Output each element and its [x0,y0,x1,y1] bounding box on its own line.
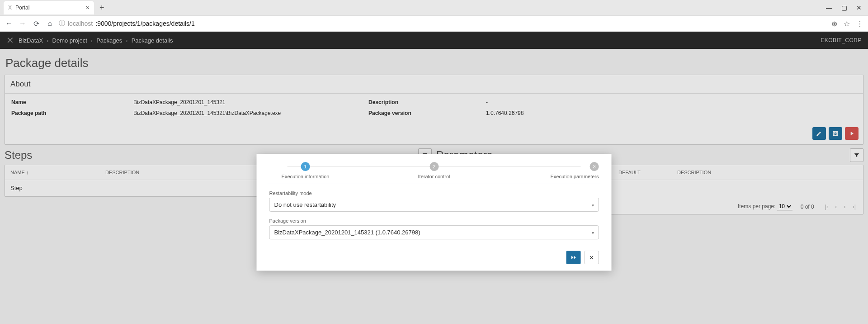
close-tab-icon[interactable]: × [86,4,90,11]
browser-tab[interactable]: X Portal × [4,1,94,14]
window-maximize-icon[interactable]: ▢ [841,4,847,11]
step-number: 1 [301,162,310,171]
wizard-step-1[interactable]: 1 Execution information [269,162,342,179]
window-minimize-icon[interactable]: — [826,4,832,11]
app-x-icon: X [8,5,12,11]
restartability-value: Do not use restartability [274,201,336,208]
next-button[interactable] [566,251,581,264]
step-label: Execution parameters [551,174,599,179]
close-button[interactable]: ✕ [585,251,599,264]
execution-modal: 1 Execution information 2 Iterator contr… [257,154,612,271]
window-close-icon[interactable]: ✕ [856,4,862,11]
package-version-value: BizDataXPackage_20201201_145321 (1.0.764… [274,229,420,236]
reload-icon[interactable]: ⟳ [32,19,41,28]
kebab-menu-icon[interactable]: ⋮ [856,19,863,28]
step-label: Execution information [282,174,330,179]
chevron-down-icon: ▾ [592,202,594,207]
package-version-label: Package version [269,218,599,224]
restartability-label: Restartability mode [269,191,599,196]
step-number: 2 [429,162,439,171]
package-version-select[interactable]: BizDataXPackage_20201201_145321 (1.0.764… [269,225,599,239]
url-path: :9000/projects/1/packages/details/1 [95,20,194,27]
fast-forward-icon [571,254,577,261]
wizard-step-3[interactable]: 3 Execution parameters [527,162,599,179]
wizard-step-2[interactable]: 2 Iterator control [398,162,470,179]
chevron-down-icon: ▾ [592,230,594,235]
restartability-select[interactable]: Do not use restartability ▾ [269,198,599,212]
zoom-icon[interactable]: ⊕ [831,19,837,28]
step-label: Iterator control [418,174,450,179]
star-icon[interactable]: ☆ [844,19,850,28]
step-number: 3 [590,162,599,171]
close-icon: ✕ [589,254,594,261]
back-icon[interactable]: ← [5,19,14,28]
new-tab-button[interactable]: + [97,3,107,13]
tab-title: Portal [15,5,29,11]
home-icon[interactable]: ⌂ [45,19,54,28]
site-info-icon[interactable]: ⓘ [59,19,65,28]
address-bar[interactable]: ⓘ localhost:9000/projects/1/packages/det… [59,19,827,28]
url-host: localhost [68,20,93,27]
forward-icon[interactable]: → [18,19,27,28]
